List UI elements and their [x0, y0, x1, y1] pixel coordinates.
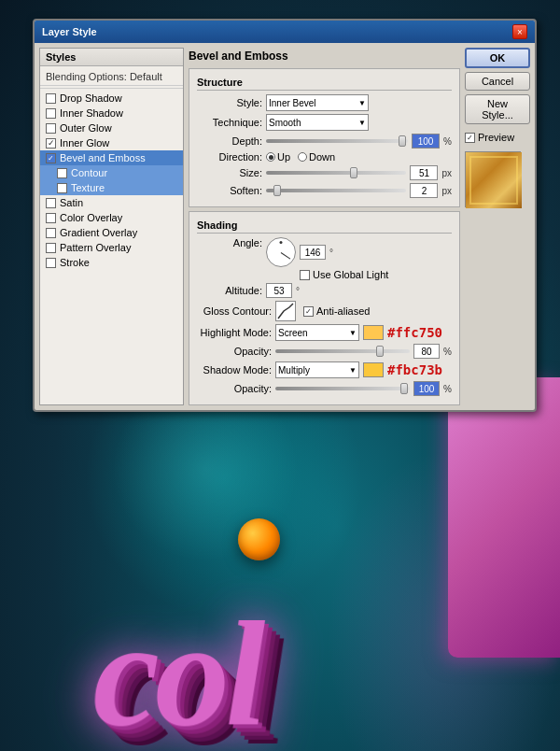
global-light-label: Use Global Light — [313, 269, 388, 280]
style-item-drop-shadow[interactable]: Drop Shadow — [40, 91, 183, 106]
shadow-opacity-value[interactable]: 100 — [413, 381, 440, 396]
checkbox-outer-glow[interactable] — [46, 123, 56, 134]
checkbox-satin[interactable] — [46, 198, 56, 208]
style-item-inner-shadow[interactable]: Inner Shadow — [40, 106, 183, 120]
technique-row: Technique: Smooth ▼ — [197, 114, 452, 131]
shadow-hex-label: #fbc73b — [387, 362, 442, 377]
altitude-value[interactable]: 53 — [266, 283, 292, 298]
direction-up-radio[interactable] — [266, 152, 275, 162]
angle-value[interactable]: 146 — [300, 245, 326, 260]
global-light-checkbox[interactable] — [300, 270, 310, 280]
technique-select[interactable]: Smooth ▼ — [266, 114, 369, 131]
highlight-mode-select[interactable]: Screen ▼ — [275, 324, 359, 341]
direction-down-label: Down — [309, 151, 335, 163]
depth-label: Depth: — [197, 135, 262, 147]
direction-down-radio[interactable] — [298, 152, 307, 162]
shadow-color-swatch[interactable] — [363, 362, 384, 377]
layer-style-dialog: Layer Style × Styles Blending Options: D… — [33, 19, 537, 412]
soften-slider-thumb — [273, 185, 281, 196]
checkbox-drop-shadow[interactable] — [46, 93, 56, 104]
depth-slider[interactable] — [266, 139, 408, 143]
checkbox-gradient-overlay[interactable] — [46, 228, 56, 238]
structure-section: Structure Style: Inner Bevel ▼ Technique… — [189, 68, 460, 207]
preview-row: Preview — [465, 132, 530, 143]
style-item-pattern-overlay[interactable]: Pattern Overlay — [40, 240, 183, 255]
soften-unit: px — [441, 186, 452, 196]
shadow-mode-label: Shadow Mode: — [197, 364, 272, 376]
shadow-mode-row: Shadow Mode: Multiply ▼ #fbc73b — [197, 361, 452, 378]
dialog-titlebar: Layer Style × — [35, 21, 535, 43]
checkbox-inner-glow[interactable] — [46, 138, 56, 149]
style-item-stroke[interactable]: Stroke — [40, 255, 183, 270]
angle-dial[interactable] — [266, 237, 296, 267]
shadow-opacity-thumb — [400, 383, 408, 394]
anti-aliased-checkbox[interactable] — [303, 306, 314, 317]
checkbox-inner-shadow[interactable] — [46, 108, 56, 119]
size-label: Size: — [197, 167, 262, 178]
checkbox-stroke[interactable] — [46, 258, 56, 268]
separator — [40, 88, 183, 89]
label-pattern-overlay: Pattern Overlay — [60, 242, 131, 253]
direction-down-item[interactable]: Down — [298, 151, 335, 163]
size-value[interactable]: 51 — [410, 165, 438, 180]
style-item-satin[interactable]: Satin — [40, 195, 183, 210]
style-subitem-contour[interactable]: Contour — [40, 165, 183, 180]
highlight-opacity-row: Opacity: 80 % — [197, 344, 452, 359]
shadow-opacity-slider[interactable] — [275, 387, 410, 390]
shadow-opacity-label: Opacity: — [197, 383, 272, 394]
style-select[interactable]: Inner Bevel ▼ — [266, 94, 369, 111]
style-item-gradient-overlay[interactable]: Gradient Overlay — [40, 225, 183, 240]
depth-value[interactable]: 100 — [412, 134, 440, 149]
anti-aliased-row: Anti-aliased — [303, 305, 370, 317]
highlight-opacity-slider[interactable] — [275, 349, 410, 353]
shadow-mode-value: Multiply — [278, 365, 310, 376]
direction-up-item[interactable]: Up — [266, 151, 290, 163]
shadow-opacity-row: Opacity: 100 % — [197, 381, 452, 396]
style-item-outer-glow[interactable]: Outer Glow — [40, 120, 183, 135]
checkbox-color-overlay[interactable] — [46, 213, 56, 223]
preview-checkbox[interactable] — [465, 133, 475, 143]
styles-list: Blending Options: Default Drop Shadow In… — [40, 66, 183, 272]
highlight-opacity-thumb — [376, 346, 384, 357]
direction-label: Direction: — [197, 151, 262, 163]
style-subitem-texture[interactable]: Texture — [40, 180, 183, 195]
gloss-contour-preview[interactable] — [275, 301, 296, 321]
highlight-opacity-value[interactable]: 80 — [413, 344, 440, 359]
size-row: Size: 51 px — [197, 165, 452, 180]
style-item-inner-glow[interactable]: Inner Glow — [40, 135, 183, 150]
new-style-button[interactable]: New Style... — [465, 94, 530, 124]
dial-line — [281, 252, 291, 260]
pink-shape-right — [448, 377, 560, 658]
size-slider[interactable] — [266, 171, 406, 175]
style-row: Style: Inner Bevel ▼ — [197, 94, 452, 111]
highlight-opacity-label: Opacity: — [197, 346, 272, 357]
checkbox-contour[interactable] — [57, 168, 67, 178]
checkbox-texture[interactable] — [57, 183, 67, 193]
highlight-mode-label: Highlight Mode: — [197, 327, 272, 338]
label-texture: Texture — [71, 182, 105, 193]
style-item-bevel-emboss[interactable]: ✓ Bevel and Emboss — [40, 150, 183, 165]
soften-value[interactable]: 2 — [410, 183, 438, 198]
style-item-color-overlay[interactable]: Color Overlay — [40, 210, 183, 225]
label-gradient-overlay: Gradient Overlay — [60, 227, 137, 238]
buttons-panel: OK Cancel New Style... Preview — [465, 48, 530, 405]
highlight-mode-arrow: ▼ — [349, 329, 357, 337]
checkbox-pattern-overlay[interactable] — [46, 243, 56, 253]
close-button[interactable]: × — [512, 24, 527, 39]
label-outer-glow: Outer Glow — [60, 122, 112, 134]
highlight-color-swatch[interactable] — [363, 325, 384, 340]
ok-button[interactable]: OK — [465, 48, 530, 68]
shading-header: Shading — [197, 218, 452, 234]
label-satin: Satin — [60, 197, 83, 208]
cancel-button[interactable]: Cancel — [465, 72, 530, 91]
checkbox-bevel-emboss[interactable]: ✓ — [46, 153, 56, 163]
structure-header: Structure — [197, 75, 452, 91]
preview-label: Preview — [478, 132, 514, 143]
direction-row: Direction: Up Down — [197, 151, 452, 163]
soften-slider[interactable] — [266, 189, 406, 192]
shadow-mode-select[interactable]: Multiply ▼ — [275, 361, 359, 378]
blending-options-item[interactable]: Blending Options: Default — [40, 68, 183, 86]
dialog-body: Styles Blending Options: Default Drop Sh… — [35, 43, 535, 410]
styles-panel: Styles Blending Options: Default Drop Sh… — [39, 48, 184, 405]
label-inner-shadow: Inner Shadow — [60, 107, 123, 119]
